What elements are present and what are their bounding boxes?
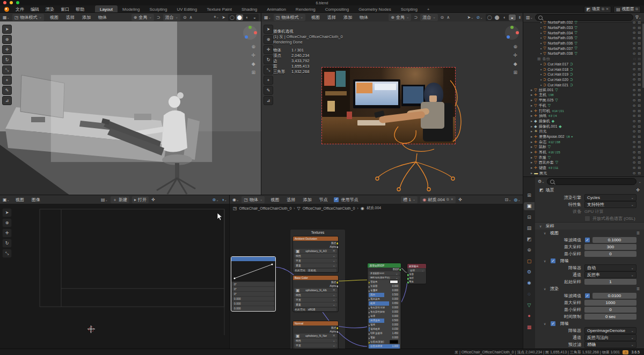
sampling-render-header[interactable]: ∨渲染 ☰	[535, 285, 644, 292]
bsdf-input-row[interactable]: 糙度0.650	[369, 301, 400, 306]
falloff-icon[interactable]: ∧	[447, 15, 450, 20]
menu-item[interactable]: 添加	[79, 14, 94, 20]
cursor-2d[interactable]	[89, 327, 94, 332]
bsdf-input-row[interactable]: 各向异性旋转0.000	[369, 310, 400, 314]
outliner-row[interactable]: ▸▽衣服▽⊙⊡	[523, 155, 642, 160]
workspace-tab-texture-paint[interactable]: Texture Paint	[202, 5, 237, 13]
disable-render-icon[interactable]: ⊡	[638, 98, 641, 102]
object-name[interactable]: Cur.Hair.018	[547, 68, 568, 71]
property-value-field[interactable]: 0	[584, 307, 636, 313]
menu-item[interactable]: 选择	[324, 14, 339, 20]
snap-icon[interactable]: ⊡⌄	[504, 197, 511, 202]
menu-item[interactable]: 物体	[95, 14, 110, 20]
bsdf-input-row[interactable]: 透射0.000	[369, 336, 400, 340]
camera-view-icon[interactable]: ◆	[513, 61, 517, 66]
outliner-row[interactable]: ▦备份□⊡	[523, 56, 642, 62]
overlays-icon[interactable]: ◍⌄	[514, 197, 521, 202]
property-checkbox[interactable]: ✓	[584, 293, 590, 299]
close-icon[interactable]: ✕	[333, 288, 335, 292]
property-dropdown[interactable]: OpenImageDenoise⌄	[584, 327, 636, 334]
object-name[interactable]: 手机	[539, 103, 546, 108]
shading-wireframe-icon[interactable]: ◯	[486, 14, 493, 20]
hide-viewport-icon[interactable]: ⊙	[633, 72, 635, 77]
sampling-section-header[interactable]: ∨采样	[535, 222, 644, 230]
overlays-icon[interactable]: ⊘⌄	[477, 15, 483, 20]
material-slot-dropdown[interactable]: 槽 1⌄	[401, 196, 418, 203]
hide-viewport-icon[interactable]: ⊙	[633, 150, 635, 154]
material-selector[interactable]: ◉ 材质.004 ⧉ ✕	[420, 196, 456, 203]
disclosure-icon[interactable]: ▸	[531, 145, 532, 149]
shading-wireframe-icon[interactable]: ◯	[229, 14, 236, 20]
properties-tab-output[interactable]: ⊟	[524, 213, 535, 221]
disable-render-icon[interactable]: ⊡	[638, 103, 641, 108]
disable-render-icon[interactable]: ⊡	[638, 88, 641, 92]
hide-viewport-icon[interactable]: ⊙	[633, 135, 635, 139]
outliner-row[interactable]: ▸▽西装外套▽⊙⊡	[523, 160, 642, 166]
workspace-tab-animation[interactable]: Animation	[262, 5, 291, 13]
curve-value-row[interactable]: 0.000	[232, 301, 274, 306]
properties-tab-object-data[interactable]: ▽	[524, 301, 535, 309]
property-dropdown[interactable]: 自动⌄	[584, 264, 636, 271]
transform-orientation-dropdown[interactable]: ⊕ 全局⌄	[389, 14, 411, 21]
hide-viewport-icon[interactable]: ⊙	[633, 77, 635, 82]
bsdf-enum-row[interactable]: 随机游走(固定半径)⌄	[369, 276, 400, 279]
object-name[interactable]: 耳机	[539, 150, 546, 155]
add-workspace-button[interactable]: +	[422, 5, 435, 13]
close-icon[interactable]: ✕	[451, 197, 453, 202]
property-dropdown[interactable]: 反照与法向⌄	[584, 334, 636, 341]
move-tool-icon[interactable]: ✛	[264, 45, 273, 54]
disclosure-icon[interactable]: ▸	[531, 114, 532, 118]
disable-render-icon[interactable]: ⊡	[638, 20, 641, 25]
disclosure-icon[interactable]: ▸	[531, 103, 532, 108]
disclosure-icon[interactable]: ▸	[531, 109, 532, 113]
node-enum-row[interactable]: 重复⌄	[294, 302, 337, 307]
pin-icon[interactable]: ✜	[151, 197, 155, 202]
properties-tab-object[interactable]: ▢	[524, 257, 535, 265]
denoise-render-checkbox[interactable]: ✓	[550, 321, 556, 327]
hide-viewport-icon[interactable]: ⊙	[633, 145, 635, 149]
show-gizmo-icon[interactable]: ⌖⌄	[214, 14, 219, 20]
bsdf-input-row[interactable]: 金属度0.000	[369, 289, 400, 293]
close-icon[interactable]: ✕	[333, 249, 335, 253]
disclosure-icon[interactable]: ▸	[531, 156, 532, 160]
navigation-gizmo[interactable]	[505, 26, 519, 40]
object-name[interactable]: 丝袜.001	[539, 87, 554, 93]
color-swatch[interactable]	[390, 340, 398, 344]
colorspace-value[interactable]: sRGB	[306, 308, 336, 311]
object-name[interactable]: NurbsPath.037	[548, 47, 573, 50]
hide-viewport-icon[interactable]: ⊙	[633, 20, 635, 25]
disclosure-icon[interactable]: ▸	[531, 140, 532, 144]
outliner-row[interactable]: •▽NurbsPath.035▽⊙⊡	[523, 35, 642, 41]
pin-icon[interactable]: ✜	[636, 188, 640, 193]
properties-tab-world[interactable]: ⊕	[524, 246, 535, 254]
render-engine-dropdown[interactable]: Cycles⌄	[584, 194, 636, 201]
menu-item[interactable]: 渲染	[42, 6, 57, 12]
colorspace-value[interactable]: 非彩色	[306, 269, 336, 272]
select-tool-icon[interactable]: ➤	[2, 25, 12, 34]
property-value-field[interactable]: 1000	[584, 300, 636, 306]
shading-solid-icon[interactable]: ⬤	[494, 14, 501, 20]
denoise-render-header[interactable]: ∨✓ 降噪	[535, 320, 644, 327]
disable-render-icon[interactable]: ⊡	[638, 57, 641, 61]
bsdf-input-row[interactable]: 各向异性过滤0.000	[369, 306, 400, 310]
outliner-row[interactable]: •▽NurbsPath.038▽⊙⊡	[523, 51, 642, 56]
output-socket[interactable]	[336, 330, 339, 334]
object-name[interactable]: 备份	[543, 56, 550, 62]
workspace-tab-modeling[interactable]: Modeling	[118, 5, 144, 13]
editor-type-icon[interactable]: ▦⌄	[3, 15, 10, 20]
outliner-row[interactable]: •ƆCur.Hair.021Ɔ⊙⊡	[523, 82, 642, 87]
node-enum-row[interactable]: 线性⌄	[294, 293, 337, 297]
image-name-field[interactable]: ▣upholstery_N_AO✕	[294, 249, 337, 253]
editor-type-icon[interactable]: ◉⌄	[232, 197, 239, 202]
cursor-tool-icon[interactable]: ⊕	[264, 35, 273, 44]
scene-selector[interactable]: ◩ 场景 ⧉ ✕	[584, 6, 612, 13]
show-gizmo-icon[interactable]: ➤⌄	[467, 15, 473, 20]
outliner-row[interactable]: ▸✛主机▽38⊙⊡	[523, 93, 642, 98]
denoise-viewport-header[interactable]: ∨✓ 降噪	[535, 257, 644, 264]
editor-type-icon[interactable]: ▦⌄	[264, 15, 271, 20]
snap-magnet-icon[interactable]: ⊃	[414, 15, 418, 20]
object-name[interactable]: 西装外套	[539, 160, 554, 165]
bsdf-input-row[interactable]: 自发光(发射)	[369, 340, 400, 344]
workspace-tab-compositing[interactable]: Compositing	[320, 5, 354, 13]
shading-rendered-icon[interactable]: ◒	[509, 14, 516, 20]
